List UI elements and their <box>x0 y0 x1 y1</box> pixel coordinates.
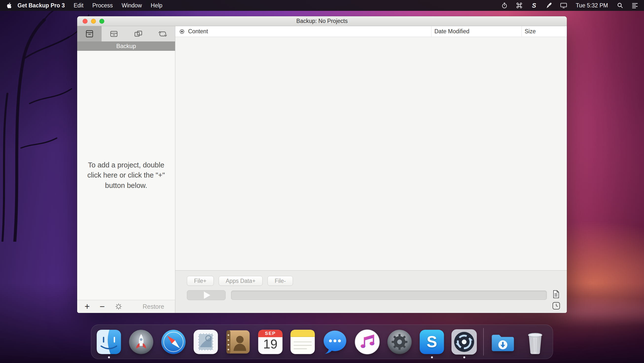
dock-safari[interactable] <box>160 329 187 355</box>
search-icon[interactable] <box>616 2 624 9</box>
menu-edit[interactable]: Edit <box>69 0 88 11</box>
archive-tab[interactable] <box>102 26 126 42</box>
gear-icon <box>115 302 122 310</box>
file-list-area[interactable] <box>175 37 567 270</box>
apple-logo-icon <box>7 3 12 8</box>
trash-icon <box>522 329 548 355</box>
apps-data-button[interactable]: Apps Data+ <box>219 276 263 286</box>
dock-contacts[interactable] <box>225 329 251 355</box>
screens-icon <box>419 329 445 355</box>
running-indicator <box>463 356 465 358</box>
calendar-icon <box>257 329 284 355</box>
dock-separator <box>483 328 484 356</box>
dock-finder[interactable] <box>96 329 122 355</box>
list-column-header: Content Date Modified Size <box>175 26 567 37</box>
file-add-button[interactable]: File+ <box>187 276 214 286</box>
running-indicator <box>431 356 433 358</box>
zoom-button[interactable] <box>99 19 104 24</box>
action-panel: File+ Apps Data+ File- <box>175 270 567 313</box>
log-document-icon <box>552 290 560 299</box>
timer-icon[interactable] <box>501 2 508 9</box>
get-backup-pro-icon <box>451 329 477 355</box>
mail-icon <box>192 329 219 355</box>
column-size[interactable]: Size <box>522 26 567 37</box>
messages-icon <box>322 329 348 355</box>
window-titlebar[interactable]: Backup: No Projects <box>77 16 567 26</box>
close-button[interactable] <box>82 19 88 24</box>
finder-icon <box>96 329 122 355</box>
remove-project-button[interactable]: − <box>100 302 105 311</box>
dock-trash[interactable] <box>522 329 548 355</box>
contacts-icon <box>225 329 251 355</box>
get-backup-pro-window: Backup: No Projects <box>77 16 567 313</box>
dock-get-backup-pro[interactable] <box>451 329 477 355</box>
column-date-modified[interactable]: Date Modified <box>431 26 522 37</box>
menu-bar: Get Backup Pro 3 Edit Process Window Hel… <box>0 0 644 11</box>
menu-help[interactable]: Help <box>146 0 167 11</box>
window-title: Backup: No Projects <box>296 18 348 24</box>
s-app-icon[interactable]: S <box>530 2 538 9</box>
dock-messages[interactable] <box>322 329 348 355</box>
dock-calendar[interactable]: SEP 19 <box>257 329 284 355</box>
clone-tab[interactable] <box>126 26 151 42</box>
dock-launchpad[interactable] <box>128 329 154 355</box>
menu-window[interactable]: Window <box>117 0 146 11</box>
log-button[interactable] <box>552 290 560 299</box>
file-remove-button[interactable]: File- <box>268 276 293 286</box>
dock: SEP 19 <box>91 324 553 359</box>
add-project-button[interactable]: + <box>84 302 90 311</box>
display-icon[interactable] <box>560 2 567 9</box>
project-list-empty-area[interactable]: To add a project, double click here or c… <box>77 51 175 300</box>
menu-process[interactable]: Process <box>88 0 117 11</box>
pen-icon[interactable] <box>545 2 552 9</box>
run-backup-button[interactable] <box>187 290 226 300</box>
minimize-button[interactable] <box>91 19 96 24</box>
backup-tab[interactable] <box>77 26 102 42</box>
mode-tabstrip <box>77 26 175 42</box>
launchpad-icon <box>128 329 154 355</box>
column-content[interactable]: Content <box>188 28 208 35</box>
sidebar-toolbar: + − Restore <box>77 300 175 313</box>
apple-menu[interactable] <box>6 3 15 8</box>
dock-system-preferences[interactable] <box>386 329 413 355</box>
sync-tab[interactable] <box>151 26 175 42</box>
dock-downloads[interactable] <box>490 329 516 355</box>
archive-drawer-icon <box>109 29 119 38</box>
notification-list-icon[interactable] <box>631 2 638 9</box>
menu-app-name[interactable]: Get Backup Pro 3 <box>15 0 69 11</box>
empty-project-message: To add a project, double click here or c… <box>86 160 167 190</box>
content-pane: Content Date Modified Size File+ Apps Da… <box>175 26 567 313</box>
project-settings-button[interactable] <box>115 302 122 310</box>
running-indicator <box>108 356 110 358</box>
downloads-folder-icon <box>490 329 516 355</box>
command-icon[interactable] <box>516 2 523 9</box>
backup-box-icon <box>84 29 94 38</box>
sync-arrows-icon <box>158 29 168 38</box>
dock-screens[interactable]: S <box>419 329 445 355</box>
clock-icon <box>552 302 560 310</box>
safari-icon <box>160 329 187 355</box>
item-kind-icon <box>179 29 185 34</box>
menubar-clock[interactable]: Tue 5:32 PM <box>575 2 609 9</box>
system-preferences-icon <box>386 329 413 355</box>
project-sidebar: Backup To add a project, double click he… <box>77 26 175 313</box>
clone-icon <box>134 29 143 38</box>
dock-notes[interactable] <box>290 329 316 355</box>
play-icon <box>204 292 210 299</box>
dock-itunes[interactable] <box>354 329 380 355</box>
restore-button[interactable]: Restore <box>142 303 164 310</box>
itunes-icon <box>354 329 380 355</box>
sidebar-section-header: Backup <box>77 42 175 51</box>
dock-mail[interactable] <box>192 329 219 355</box>
notes-icon <box>290 329 316 355</box>
scheduler-button[interactable] <box>552 302 560 310</box>
progress-bar <box>231 290 547 300</box>
